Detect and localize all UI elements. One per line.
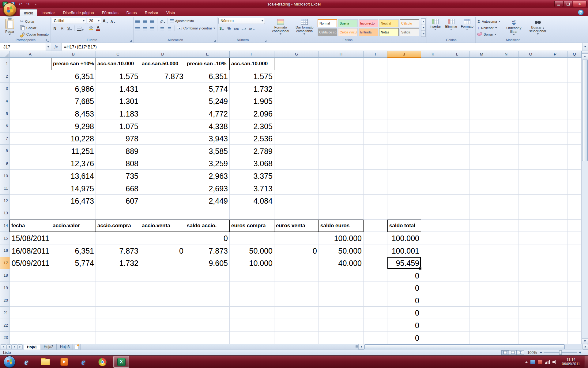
fill-color-button[interactable] <box>88 25 94 31</box>
cell-N19[interactable] <box>494 282 518 294</box>
cell-G3[interactable] <box>274 82 319 95</box>
cell-B2[interactable]: 6,351 <box>51 70 96 83</box>
cell-A7[interactable] <box>9 132 51 145</box>
cell-L7[interactable] <box>445 132 469 145</box>
cell-L6[interactable] <box>445 120 469 132</box>
column-header-g[interactable]: G <box>274 51 319 58</box>
cut-button[interactable]: ✂ Cortar <box>19 19 50 24</box>
column-header-o[interactable]: O <box>518 51 543 58</box>
cell-I23[interactable] <box>364 332 387 344</box>
cell-L22[interactable] <box>445 319 469 332</box>
cell-G18[interactable] <box>274 269 319 282</box>
cell-P16[interactable] <box>543 244 567 257</box>
cell-L5[interactable] <box>445 107 469 120</box>
row-header-21[interactable]: 21 <box>0 307 9 319</box>
cell-B21[interactable] <box>51 307 96 319</box>
cell-H18[interactable] <box>319 269 364 282</box>
align-center-button[interactable] <box>142 25 148 31</box>
volume-icon[interactable] <box>552 360 557 364</box>
cell-F19[interactable] <box>230 282 274 294</box>
cell-Q9[interactable] <box>567 157 582 170</box>
cell-G19[interactable] <box>274 282 319 294</box>
align-bottom-button[interactable] <box>149 18 156 24</box>
cell-N1[interactable] <box>494 58 518 70</box>
cell-H13[interactable] <box>319 207 364 220</box>
cell-M20[interactable] <box>469 294 494 307</box>
cell-P8[interactable] <box>543 145 567 157</box>
cell-C21[interactable] <box>96 307 140 319</box>
cell-H23[interactable] <box>319 332 364 344</box>
cell-F4[interactable]: 1.905 <box>230 95 274 108</box>
cell-I9[interactable] <box>364 157 387 170</box>
cell-M15[interactable] <box>469 232 494 244</box>
cell-F3[interactable]: 1.732 <box>230 82 274 95</box>
cell-E5[interactable]: 4,772 <box>185 107 230 120</box>
cell-E8[interactable]: 3,585 <box>185 145 230 157</box>
row-header-4[interactable]: 4 <box>0 95 9 108</box>
cell-B23[interactable] <box>51 332 96 344</box>
cell-Q18[interactable] <box>567 269 582 282</box>
cell-I22[interactable] <box>364 319 387 332</box>
row-header-3[interactable]: 3 <box>0 82 9 95</box>
cell-D20[interactable] <box>140 294 185 307</box>
cell-F5[interactable]: 2.096 <box>230 107 274 120</box>
qat-customize-button[interactable] <box>32 1 39 7</box>
cell-K1[interactable] <box>421 58 445 70</box>
cell-M3[interactable] <box>469 82 494 95</box>
tab-insertar[interactable]: Insertar <box>37 9 59 16</box>
cell-B17[interactable]: 5,774 <box>51 257 96 270</box>
cell-B10[interactable]: 13,614 <box>51 170 96 182</box>
cell-C8[interactable]: 889 <box>96 145 140 157</box>
cell-O4[interactable] <box>518 95 543 108</box>
zoom-out-button[interactable]: − <box>540 351 542 355</box>
column-header-n[interactable]: N <box>494 51 518 58</box>
cell-J14[interactable]: saldo total <box>387 220 421 232</box>
column-header-f[interactable]: F <box>230 51 274 58</box>
currency-format-button[interactable]: $ <box>218 25 225 31</box>
cell-style-entrada[interactable]: Entrada <box>359 28 378 36</box>
cell-G20[interactable] <box>274 294 319 307</box>
network-icon[interactable] <box>545 360 550 364</box>
cell-P21[interactable] <box>543 307 567 319</box>
cell-N23[interactable] <box>494 332 518 344</box>
cell-Q7[interactable] <box>567 132 582 145</box>
cell-E14[interactable]: saldo accio. <box>185 220 230 232</box>
cell-E12[interactable]: 2,449 <box>185 195 230 207</box>
merge-center-button[interactable]: Combinar y centrar <box>176 26 217 31</box>
cell-H11[interactable] <box>319 182 364 195</box>
cell-J4[interactable] <box>387 95 421 108</box>
cell-I18[interactable] <box>364 269 387 282</box>
scroll-right-button[interactable] <box>582 344 588 350</box>
cell-G15[interactable] <box>274 232 319 244</box>
find-select-button[interactable]: Buscar y seleccionar <box>526 17 549 38</box>
cell-Q16[interactable] <box>567 244 582 257</box>
cell-A6[interactable] <box>9 120 51 132</box>
gallery-down-button[interactable] <box>421 25 425 31</box>
cell-Q6[interactable] <box>567 120 582 132</box>
cell-H6[interactable] <box>319 120 364 132</box>
cell-D14[interactable]: accio.venta <box>140 220 185 232</box>
horizontal-scrollbar[interactable] <box>358 344 588 350</box>
cell-L16[interactable] <box>445 244 469 257</box>
help-button[interactable]: ? <box>578 10 584 15</box>
cell-J17[interactable]: 95.459 <box>387 257 421 270</box>
cell-O13[interactable] <box>518 207 543 220</box>
first-sheet-button[interactable] <box>1 344 6 349</box>
cell-style-normal[interactable]: Normal <box>318 19 337 27</box>
cell-Q4[interactable] <box>567 95 582 108</box>
cell-H21[interactable] <box>319 307 364 319</box>
cell-E16[interactable]: 7.873 <box>185 244 230 257</box>
font-family-select[interactable]: Calibri <box>52 18 86 24</box>
cell-D1[interactable]: acc.san.50.000 <box>140 58 185 70</box>
cell-G21[interactable] <box>274 307 319 319</box>
cell-N12[interactable] <box>494 195 518 207</box>
cell-C6[interactable]: 1.075 <box>96 120 140 132</box>
formula-input[interactable]: =H17+(E17*B17) <box>62 43 582 51</box>
decrease-indent-button[interactable] <box>159 25 165 31</box>
cell-C14[interactable]: accio.compra <box>96 220 140 232</box>
cell-A2[interactable] <box>9 70 51 83</box>
cell-H3[interactable] <box>319 82 364 95</box>
cell-O21[interactable] <box>518 307 543 319</box>
cell-style-neutral[interactable]: Neutral <box>379 19 399 27</box>
row-header-16[interactable]: 16 <box>0 244 9 257</box>
